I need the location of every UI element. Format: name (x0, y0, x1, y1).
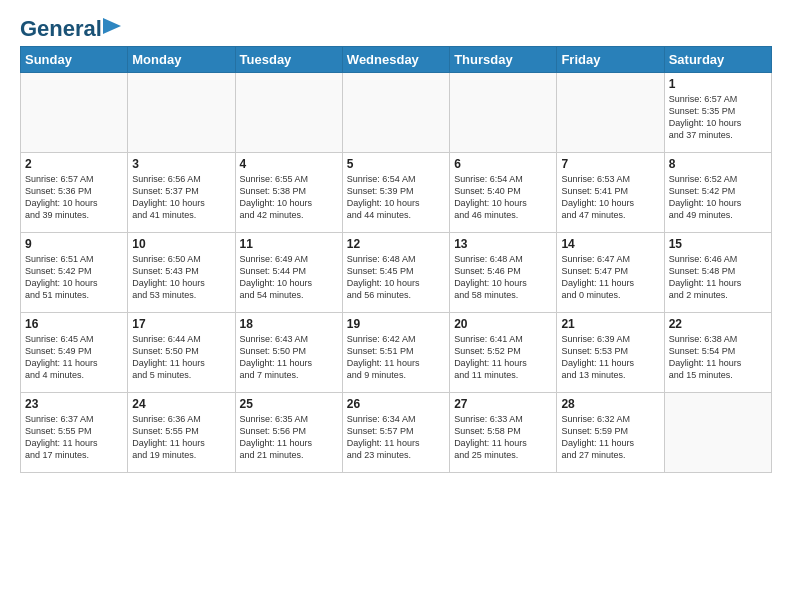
day-number: 8 (669, 157, 767, 171)
day-number: 14 (561, 237, 659, 251)
calendar-cell: 27Sunrise: 6:33 AM Sunset: 5:58 PM Dayli… (450, 393, 557, 473)
day-info: Sunrise: 6:43 AM Sunset: 5:50 PM Dayligh… (240, 333, 338, 382)
day-info: Sunrise: 6:32 AM Sunset: 5:59 PM Dayligh… (561, 413, 659, 462)
day-number: 5 (347, 157, 445, 171)
svg-marker-0 (103, 18, 121, 34)
day-number: 12 (347, 237, 445, 251)
calendar-cell: 6Sunrise: 6:54 AM Sunset: 5:40 PM Daylig… (450, 153, 557, 233)
calendar-cell (21, 73, 128, 153)
calendar-cell: 11Sunrise: 6:49 AM Sunset: 5:44 PM Dayli… (235, 233, 342, 313)
weekday-header-sunday: Sunday (21, 47, 128, 73)
week-row-1: 1Sunrise: 6:57 AM Sunset: 5:35 PM Daylig… (21, 73, 772, 153)
week-row-3: 9Sunrise: 6:51 AM Sunset: 5:42 PM Daylig… (21, 233, 772, 313)
logo-flag-icon (103, 18, 121, 36)
day-info: Sunrise: 6:45 AM Sunset: 5:49 PM Dayligh… (25, 333, 123, 382)
calendar-table: SundayMondayTuesdayWednesdayThursdayFrid… (20, 46, 772, 473)
weekday-header-wednesday: Wednesday (342, 47, 449, 73)
calendar-cell: 4Sunrise: 6:55 AM Sunset: 5:38 PM Daylig… (235, 153, 342, 233)
day-number: 19 (347, 317, 445, 331)
calendar-cell: 2Sunrise: 6:57 AM Sunset: 5:36 PM Daylig… (21, 153, 128, 233)
week-row-5: 23Sunrise: 6:37 AM Sunset: 5:55 PM Dayli… (21, 393, 772, 473)
calendar-cell: 15Sunrise: 6:46 AM Sunset: 5:48 PM Dayli… (664, 233, 771, 313)
day-info: Sunrise: 6:38 AM Sunset: 5:54 PM Dayligh… (669, 333, 767, 382)
day-number: 23 (25, 397, 123, 411)
day-info: Sunrise: 6:57 AM Sunset: 5:35 PM Dayligh… (669, 93, 767, 142)
day-info: Sunrise: 6:52 AM Sunset: 5:42 PM Dayligh… (669, 173, 767, 222)
calendar-cell: 10Sunrise: 6:50 AM Sunset: 5:43 PM Dayli… (128, 233, 235, 313)
day-number: 16 (25, 317, 123, 331)
page: General SundayMondayTuesdayWednesdayThur… (0, 0, 792, 483)
day-info: Sunrise: 6:42 AM Sunset: 5:51 PM Dayligh… (347, 333, 445, 382)
calendar-cell: 22Sunrise: 6:38 AM Sunset: 5:54 PM Dayli… (664, 313, 771, 393)
day-number: 15 (669, 237, 767, 251)
day-info: Sunrise: 6:54 AM Sunset: 5:40 PM Dayligh… (454, 173, 552, 222)
day-number: 11 (240, 237, 338, 251)
calendar-cell (128, 73, 235, 153)
calendar-cell: 18Sunrise: 6:43 AM Sunset: 5:50 PM Dayli… (235, 313, 342, 393)
calendar-cell: 8Sunrise: 6:52 AM Sunset: 5:42 PM Daylig… (664, 153, 771, 233)
day-number: 6 (454, 157, 552, 171)
day-info: Sunrise: 6:49 AM Sunset: 5:44 PM Dayligh… (240, 253, 338, 302)
day-number: 18 (240, 317, 338, 331)
calendar-cell: 24Sunrise: 6:36 AM Sunset: 5:55 PM Dayli… (128, 393, 235, 473)
calendar-cell: 21Sunrise: 6:39 AM Sunset: 5:53 PM Dayli… (557, 313, 664, 393)
day-number: 22 (669, 317, 767, 331)
calendar-cell: 14Sunrise: 6:47 AM Sunset: 5:47 PM Dayli… (557, 233, 664, 313)
day-number: 2 (25, 157, 123, 171)
calendar-cell (557, 73, 664, 153)
day-info: Sunrise: 6:56 AM Sunset: 5:37 PM Dayligh… (132, 173, 230, 222)
header: General (20, 16, 772, 38)
calendar-cell: 3Sunrise: 6:56 AM Sunset: 5:37 PM Daylig… (128, 153, 235, 233)
day-number: 3 (132, 157, 230, 171)
day-info: Sunrise: 6:53 AM Sunset: 5:41 PM Dayligh… (561, 173, 659, 222)
day-info: Sunrise: 6:55 AM Sunset: 5:38 PM Dayligh… (240, 173, 338, 222)
calendar-cell: 5Sunrise: 6:54 AM Sunset: 5:39 PM Daylig… (342, 153, 449, 233)
day-number: 27 (454, 397, 552, 411)
calendar-cell (235, 73, 342, 153)
calendar-cell: 17Sunrise: 6:44 AM Sunset: 5:50 PM Dayli… (128, 313, 235, 393)
calendar-cell: 12Sunrise: 6:48 AM Sunset: 5:45 PM Dayli… (342, 233, 449, 313)
day-info: Sunrise: 6:37 AM Sunset: 5:55 PM Dayligh… (25, 413, 123, 462)
calendar-cell: 19Sunrise: 6:42 AM Sunset: 5:51 PM Dayli… (342, 313, 449, 393)
day-info: Sunrise: 6:54 AM Sunset: 5:39 PM Dayligh… (347, 173, 445, 222)
day-number: 21 (561, 317, 659, 331)
day-number: 24 (132, 397, 230, 411)
logo: General (20, 16, 121, 38)
day-number: 28 (561, 397, 659, 411)
day-number: 26 (347, 397, 445, 411)
day-info: Sunrise: 6:35 AM Sunset: 5:56 PM Dayligh… (240, 413, 338, 462)
calendar-cell: 28Sunrise: 6:32 AM Sunset: 5:59 PM Dayli… (557, 393, 664, 473)
day-info: Sunrise: 6:48 AM Sunset: 5:46 PM Dayligh… (454, 253, 552, 302)
calendar-cell: 1Sunrise: 6:57 AM Sunset: 5:35 PM Daylig… (664, 73, 771, 153)
week-row-4: 16Sunrise: 6:45 AM Sunset: 5:49 PM Dayli… (21, 313, 772, 393)
calendar-cell: 13Sunrise: 6:48 AM Sunset: 5:46 PM Dayli… (450, 233, 557, 313)
day-number: 9 (25, 237, 123, 251)
calendar-cell: 16Sunrise: 6:45 AM Sunset: 5:49 PM Dayli… (21, 313, 128, 393)
calendar-cell: 7Sunrise: 6:53 AM Sunset: 5:41 PM Daylig… (557, 153, 664, 233)
calendar-cell (664, 393, 771, 473)
calendar-cell (450, 73, 557, 153)
day-number: 20 (454, 317, 552, 331)
calendar-cell: 20Sunrise: 6:41 AM Sunset: 5:52 PM Dayli… (450, 313, 557, 393)
day-info: Sunrise: 6:36 AM Sunset: 5:55 PM Dayligh… (132, 413, 230, 462)
day-number: 10 (132, 237, 230, 251)
day-info: Sunrise: 6:34 AM Sunset: 5:57 PM Dayligh… (347, 413, 445, 462)
day-info: Sunrise: 6:47 AM Sunset: 5:47 PM Dayligh… (561, 253, 659, 302)
day-number: 7 (561, 157, 659, 171)
day-info: Sunrise: 6:50 AM Sunset: 5:43 PM Dayligh… (132, 253, 230, 302)
day-number: 25 (240, 397, 338, 411)
day-number: 17 (132, 317, 230, 331)
weekday-header-row: SundayMondayTuesdayWednesdayThursdayFrid… (21, 47, 772, 73)
calendar-cell: 26Sunrise: 6:34 AM Sunset: 5:57 PM Dayli… (342, 393, 449, 473)
day-info: Sunrise: 6:41 AM Sunset: 5:52 PM Dayligh… (454, 333, 552, 382)
logo-general: General (20, 16, 102, 42)
calendar-cell: 25Sunrise: 6:35 AM Sunset: 5:56 PM Dayli… (235, 393, 342, 473)
day-number: 4 (240, 157, 338, 171)
day-number: 1 (669, 77, 767, 91)
day-info: Sunrise: 6:57 AM Sunset: 5:36 PM Dayligh… (25, 173, 123, 222)
day-info: Sunrise: 6:44 AM Sunset: 5:50 PM Dayligh… (132, 333, 230, 382)
calendar-cell: 9Sunrise: 6:51 AM Sunset: 5:42 PM Daylig… (21, 233, 128, 313)
weekday-header-thursday: Thursday (450, 47, 557, 73)
day-info: Sunrise: 6:46 AM Sunset: 5:48 PM Dayligh… (669, 253, 767, 302)
calendar-cell: 23Sunrise: 6:37 AM Sunset: 5:55 PM Dayli… (21, 393, 128, 473)
